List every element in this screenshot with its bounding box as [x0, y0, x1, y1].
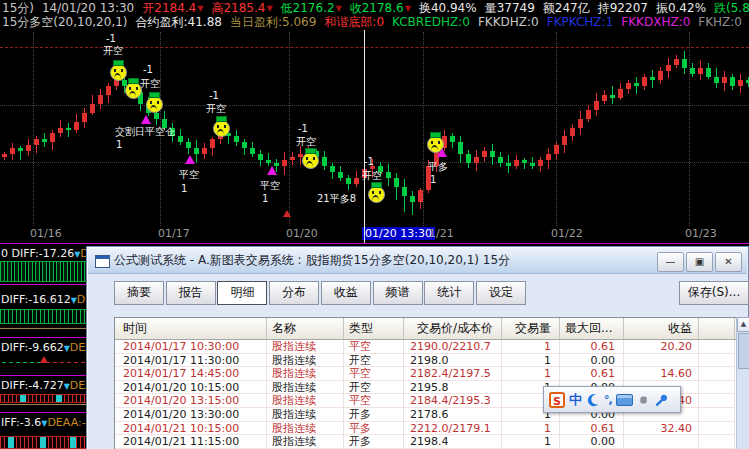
column-header[interactable]: 交易量	[502, 318, 560, 339]
trade-detail-table: 时间名称类型交易价/成本价交易量最大回...收益2014/01/17 10:30…	[114, 317, 738, 449]
table-row[interactable]: 2014/01/17 10:30:00股指连续平空2190.0/2210.710…	[115, 340, 737, 354]
open-signal-smiley-icon	[146, 96, 163, 113]
candle-body	[354, 178, 359, 184]
indicator-ma-line	[0, 328, 87, 329]
candle-body	[506, 163, 511, 166]
minimize-button[interactable]: —	[657, 252, 684, 272]
quote-field: 收2178.6	[350, 1, 404, 15]
tab-统计[interactable]: 统计	[424, 281, 474, 305]
cell-price: 2178.6	[404, 408, 502, 422]
chart-label: 1	[262, 193, 268, 204]
candle-body	[658, 71, 663, 80]
dialog-titlebar[interactable]: 公式测试系统 - A.新图表交易系统 : 股指期货15分多空(20,10,20,…	[88, 248, 747, 274]
cell-type: 开多	[344, 408, 404, 422]
table-scrollbar[interactable]: ▲	[736, 317, 749, 449]
save-button[interactable]: 保存(S)...	[679, 281, 749, 305]
cell-type: 平空	[344, 340, 404, 354]
candle-body	[386, 172, 391, 178]
cell-maxdd: 0.61	[560, 367, 624, 381]
dialog-title: 公式测试系统 - A.新图表交易系统 : 股指期货15分多空(20,10,20,…	[114, 248, 510, 273]
table-header-row: 时间名称类型交易价/成本价交易量最大回...收益	[115, 318, 737, 340]
column-header[interactable]: 类型	[344, 318, 404, 339]
indicator-cyan-bar	[70, 437, 76, 448]
quote-field: 换40.94%	[419, 1, 477, 15]
chart-label: 开空	[296, 136, 316, 147]
tab-设定[interactable]: 设定	[476, 281, 526, 305]
cell-price: 2195.8	[404, 381, 502, 395]
indicator-panels: 0 DIFF:-17.26▼DDIFF:-16.612▼DDIFF:-9.662…	[0, 244, 87, 449]
sogou-logo-icon[interactable]: S	[549, 392, 565, 408]
column-header[interactable]: 时间	[115, 318, 267, 339]
chart-label: -1	[298, 123, 308, 134]
column-header[interactable]: 名称	[267, 318, 344, 339]
close-signal-triangle-icon	[185, 155, 195, 164]
column-header[interactable]: 交易价/成本价	[404, 318, 502, 339]
tab-收益[interactable]: 收益	[321, 281, 371, 305]
candle-body	[194, 148, 199, 154]
cell-filler	[699, 340, 735, 354]
candle-body	[610, 95, 615, 98]
cell-time: 2014/01/17 10:30:00	[115, 340, 267, 354]
cell-maxdd: 0.00	[560, 354, 624, 368]
quote-field: FKHZ:0	[698, 15, 742, 29]
indicator-cyan-bar	[8, 437, 14, 448]
tab-频谱[interactable]: 频谱	[373, 281, 423, 305]
cell-profit	[624, 435, 699, 449]
punctuation-icon[interactable]: °,	[604, 393, 612, 406]
grid-line	[289, 32, 290, 226]
quote-field: 合约盈利:41.88	[136, 15, 222, 29]
indicator-cyan-bar	[40, 437, 46, 448]
cell-profit: 20.20	[624, 340, 699, 354]
cell-price: 2198.0	[404, 354, 502, 368]
cell-name: 股指连续	[267, 394, 344, 408]
candle-body	[650, 77, 655, 80]
down-arrow-icon: ▼	[266, 4, 272, 13]
tab-摘要[interactable]: 摘要	[114, 281, 164, 305]
fullwidth-moon-icon[interactable]	[586, 393, 600, 407]
scroll-thumb[interactable]	[738, 333, 749, 369]
grid-line	[33, 32, 34, 226]
candle-body	[602, 95, 607, 101]
table-row[interactable]: 2014/01/17 11:30:00股指连续开空2198.010.00	[115, 354, 737, 368]
grid-line	[689, 32, 690, 226]
tab-报告[interactable]: 报告	[166, 281, 216, 305]
candlestick-chart[interactable]: -1开空-1开空交割日平空仓1-1开空平空1平空1-1开空21平多8-1开空平多…	[0, 30, 749, 226]
column-header[interactable]: 最大回...	[560, 318, 624, 339]
down-arrow-icon: ▼	[197, 4, 203, 13]
quote-field: FKKDXHZ:0	[621, 15, 690, 29]
table-row[interactable]: 2014/01/21 10:15:00股指连续平多2212.0/2179.110…	[115, 422, 737, 436]
chinese-mode-icon[interactable]: 中	[569, 391, 582, 409]
candle-body	[34, 139, 39, 145]
close-button[interactable]: ✕	[715, 252, 742, 272]
candle-wick	[412, 191, 413, 215]
indicator-histogram	[0, 394, 87, 403]
handwriting-icon[interactable]	[637, 393, 650, 406]
tab-明细[interactable]: 明细	[217, 281, 267, 305]
chart-label: 开空	[362, 170, 382, 181]
column-header[interactable]: 收益	[624, 318, 699, 339]
candle-body	[538, 160, 543, 166]
restore-button[interactable]: ▣	[686, 252, 713, 272]
candle-body	[178, 136, 183, 142]
open-signal-smiley-icon	[213, 120, 230, 137]
table-row[interactable]: 2014/01/17 14:45:00股指连续平空2182.4/2197.510…	[115, 367, 737, 381]
chart-label: 开空	[206, 103, 226, 114]
candle-body	[330, 166, 335, 172]
smiley-hat	[149, 92, 160, 98]
settings-wrench-icon[interactable]	[654, 393, 668, 407]
chart-label: 开空	[140, 78, 160, 89]
cell-type: 开多	[344, 435, 404, 449]
tab-分布[interactable]: 分布	[269, 281, 319, 305]
cell-maxdd: 0.61	[560, 422, 624, 436]
candle-body	[58, 128, 63, 134]
soft-keyboard-icon[interactable]	[616, 394, 633, 406]
chart-label: -1	[364, 156, 374, 167]
candle-body	[234, 136, 239, 142]
table-row[interactable]: 2014/01/21 11:15:00股指连续开多2198.410.00	[115, 435, 737, 449]
cell-vol: 1	[502, 354, 560, 368]
cell-time: 2014/01/21 11:15:00	[115, 435, 267, 449]
cell-name: 股指连续	[267, 408, 344, 422]
scroll-up-arrow-icon[interactable]: ▲	[737, 317, 749, 332]
quote-field: 15分多空(20,10,20,1)	[2, 15, 128, 29]
close-signal-triangle-icon	[141, 115, 151, 124]
